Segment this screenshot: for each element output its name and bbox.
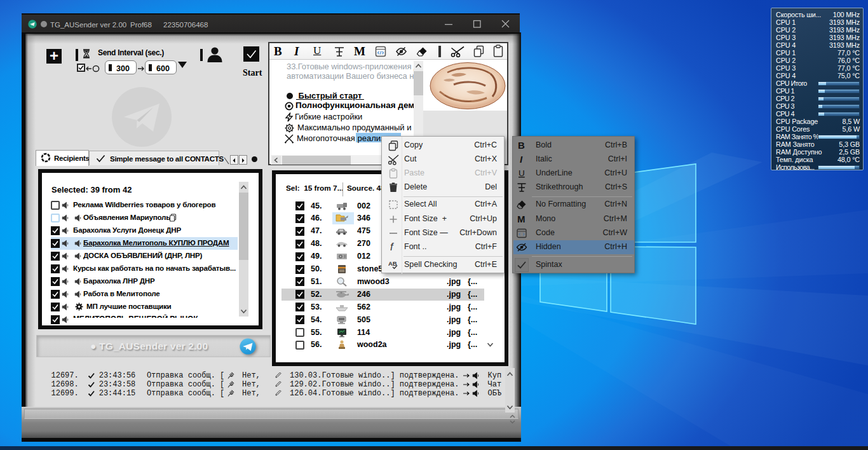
- svg-text:M: M: [517, 214, 526, 224]
- svg-text:B: B: [518, 140, 525, 151]
- svg-text:U: U: [519, 168, 525, 178]
- svg-text:I: I: [520, 154, 523, 165]
- svg-text:f: f: [390, 242, 394, 252]
- svg-text:AB: AB: [388, 260, 397, 267]
